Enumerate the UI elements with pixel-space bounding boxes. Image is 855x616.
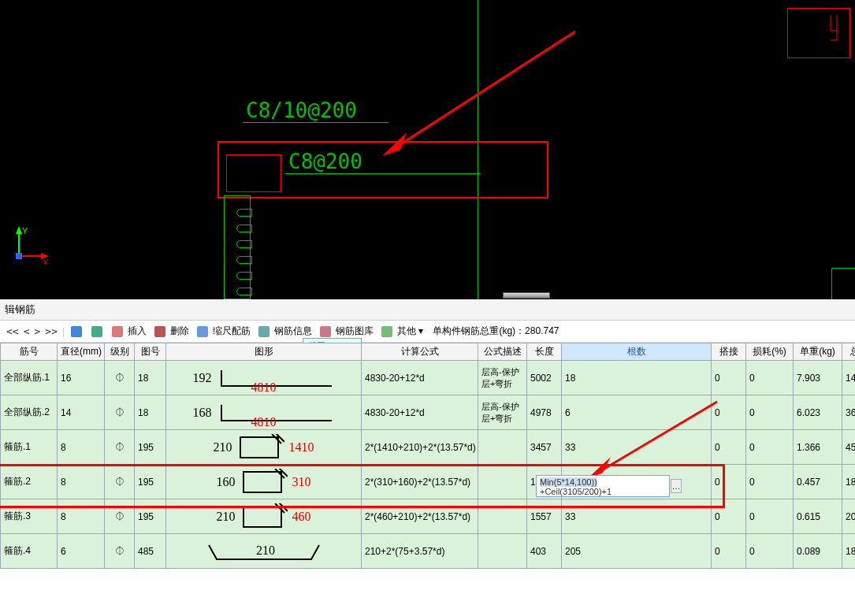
cell-shape[interactable]: 210 (166, 534, 362, 569)
other-dropdown[interactable]: 其他 ▾ (378, 324, 426, 339)
cell-tw[interactable]: 36.138 (842, 395, 856, 430)
cell-dia[interactable]: 16 (58, 361, 105, 395)
table-row[interactable]: 箍筋.38⏀195210 4602*(460+210)+2*(13.57*d)1… (1, 499, 856, 534)
cell-uw[interactable]: 7.903 (794, 361, 842, 395)
cell-grade[interactable]: ⏀ (105, 465, 135, 499)
col-splice[interactable]: 搭接 (712, 343, 746, 361)
nav-first[interactable]: << (5, 325, 20, 337)
cell-dia[interactable]: 8 (58, 499, 105, 534)
match-button[interactable]: 缩尺配筋 (194, 324, 254, 339)
cell-shapeno[interactable]: 195 (135, 499, 166, 534)
cell-len[interactable]: 1557 (527, 499, 562, 534)
col-desc[interactable]: 公式描述 (478, 343, 527, 361)
cell-uw[interactable]: 0.089 (794, 534, 842, 569)
table-row[interactable]: 箍筋.18⏀195210 14102*(1410+210)+2*(13.57*d… (1, 430, 856, 465)
table-row[interactable]: 箍筋.28⏀195160 3102*(310+160)+2*(13.57*d)1… (1, 465, 856, 499)
col-waste[interactable]: 损耗(%) (746, 343, 794, 361)
cell-count[interactable]: 18 (562, 361, 712, 395)
cell-uw[interactable]: 0.615 (794, 499, 842, 534)
nav-prev[interactable]: < (22, 325, 32, 337)
cell-splice[interactable]: 0 (712, 361, 746, 395)
delete-button[interactable]: 删除 (151, 324, 192, 339)
cell-grade[interactable]: ⏀ (105, 361, 135, 395)
cell-len[interactable]: 4978 (527, 395, 562, 430)
cell-dia[interactable]: 8 (58, 465, 105, 499)
cell-splice[interactable]: 0 (712, 395, 746, 430)
cell-rebar[interactable]: 全部纵筋.2 (1, 395, 58, 430)
cell-tw[interactable]: 18.245 (842, 534, 856, 569)
cell-grade[interactable]: ⏀ (105, 534, 135, 569)
cell-grade[interactable]: ⏀ (105, 430, 135, 465)
cell-shapeno[interactable]: 18 (135, 361, 166, 395)
cell-shape[interactable]: 210 1410 (166, 430, 362, 465)
cell-count[interactable]: 6 (562, 395, 712, 430)
cell-rebar[interactable]: 全部纵筋.1 (1, 361, 58, 395)
cell-uw[interactable]: 6.023 (794, 395, 842, 430)
splitter-handle[interactable] (503, 292, 550, 299)
cell-formula[interactable]: 2*(460+210)+2*(13.57*d) (362, 499, 478, 534)
col-dia[interactable]: 直径(mm) (58, 343, 105, 361)
cell-shapeno[interactable]: 18 (135, 395, 166, 430)
cell-formula[interactable]: 2*(310+160)+2*(13.57*d) (362, 465, 478, 499)
cell-formula[interactable]: 210+2*(75+3.57*d) (362, 534, 478, 569)
cell-len[interactable]: 403 (527, 534, 562, 569)
cell-formula[interactable]: 4830-20+12*d (362, 361, 478, 395)
count-formula-editor[interactable]: Min(5*14,100)) +Ceil(3105/200)+1 … (536, 475, 670, 497)
cell-splice[interactable]: 0 (712, 534, 746, 569)
col-uw[interactable]: 单重(kg) (794, 343, 842, 361)
cell-shape[interactable]: 160 310 (166, 465, 362, 499)
cell-rebar[interactable]: 箍筋.4 (1, 534, 58, 569)
table-row[interactable]: 箍筋.46⏀485 210210+2*(75+3.57*d)403205000.… (1, 534, 856, 569)
col-len[interactable]: 长度 (527, 343, 562, 361)
cell-desc[interactable]: 层高-保护层+弯折 (478, 361, 527, 395)
table-row[interactable]: 全部纵筋.116⏀18192 48104830-20+12*d层高-保护层+弯折… (1, 361, 856, 395)
lib-button[interactable]: 钢筋图库 (317, 324, 377, 339)
cell-desc[interactable] (478, 534, 527, 569)
cell-splice[interactable]: 0 (712, 430, 746, 465)
cell-formula[interactable]: 2*(1410+210)+2*(13.57*d) (362, 430, 478, 465)
cell-desc[interactable] (478, 430, 527, 465)
cell-waste[interactable]: 0 (746, 499, 794, 534)
cell-tw[interactable]: 20.295 (842, 499, 856, 534)
info-button[interactable]: 钢筋信息 (255, 324, 315, 339)
col-grade[interactable]: 级别 (105, 343, 135, 361)
cell-shapeno[interactable]: 195 (135, 465, 166, 499)
col-rebar[interactable]: 筋号 (1, 343, 58, 361)
col-shape[interactable]: 图形 (166, 343, 362, 361)
cell-grade[interactable]: ⏀ (105, 499, 135, 534)
cell-dia[interactable]: 8 (58, 430, 105, 465)
cell-count[interactable]: 33 (562, 499, 712, 534)
cell-uw[interactable]: 1.366 (794, 430, 842, 465)
col-tw[interactable]: 总重(kg (842, 343, 856, 361)
cell-shape[interactable]: 192 4810 (166, 361, 362, 395)
cell-uw[interactable]: 0.457 (794, 465, 842, 499)
cell-rebar[interactable]: 箍筋.3 (1, 499, 58, 534)
col-count[interactable]: 根数 (562, 343, 712, 361)
cell-tw[interactable]: 45.078 (842, 430, 856, 465)
cell-waste[interactable]: 0 (746, 465, 794, 499)
cell-len[interactable]: 3457 (527, 430, 562, 465)
cell-desc[interactable] (478, 499, 527, 534)
refresh-button[interactable] (88, 325, 107, 338)
col-shapeno[interactable]: 图号 (135, 343, 166, 361)
cell-shapeno[interactable]: 485 (135, 534, 166, 569)
cell-desc[interactable]: 层高-保护层+弯折 (478, 395, 527, 430)
cell-tw[interactable]: 18.737 (842, 465, 856, 499)
cell-rebar[interactable]: 箍筋.1 (1, 430, 58, 465)
cell-dia[interactable]: 14 (58, 395, 105, 430)
cell-count[interactable]: 33 (562, 430, 712, 465)
nav-last[interactable]: >> (43, 325, 59, 337)
cell-shape[interactable]: 168 4810 (166, 395, 362, 430)
cell-waste[interactable]: 0 (746, 534, 794, 569)
cell-desc[interactable] (478, 465, 527, 499)
cell-waste[interactable]: 0 (746, 430, 794, 465)
cell-shape[interactable]: 210 460 (166, 499, 362, 534)
doc-button[interactable] (68, 325, 87, 338)
cell-waste[interactable]: 0 (746, 395, 794, 430)
cell-rebar[interactable]: 箍筋.2 (1, 465, 58, 499)
cell-shapeno[interactable]: 195 (135, 430, 166, 465)
insert-button[interactable]: 插入 (109, 324, 150, 339)
cell-len[interactable]: 5002 (527, 361, 562, 395)
cell-dia[interactable]: 6 (58, 534, 105, 569)
table-row[interactable]: 全部纵筋.214⏀18168 48104830-20+12*d层高-保护层+弯折… (1, 395, 856, 430)
